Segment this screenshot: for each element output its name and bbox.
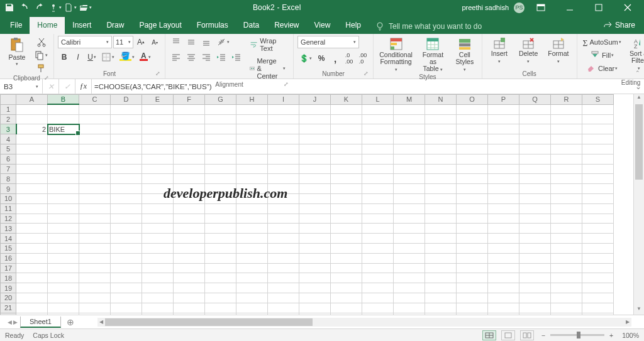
cell-B15[interactable] [48,243,79,253]
cell-O3[interactable] [457,124,488,134]
column-header-R[interactable]: R [551,95,582,105]
column-header-D[interactable]: D [111,95,142,105]
cell-S9[interactable] [582,184,614,194]
cell-I5[interactable] [268,144,299,154]
row-header-11[interactable]: 11 [1,203,16,214]
cell-H3[interactable] [236,124,268,134]
cell-F21[interactable] [174,303,205,313]
cell-O14[interactable] [457,234,488,244]
cell-M2[interactable] [394,114,425,124]
cell-M6[interactable] [394,154,425,164]
cell-B8[interactable] [48,174,79,184]
cell-N20[interactable] [425,293,457,303]
align-center-button[interactable] [184,51,198,63]
vertical-scrollbar[interactable]: ▲ ▼ [633,94,644,315]
scroll-up-icon[interactable]: ▲ [634,94,644,103]
cell-N3[interactable] [425,124,457,134]
cell-C7[interactable] [79,164,111,174]
increase-font-button[interactable]: A▴ [135,36,147,48]
cell-I6[interactable] [268,154,299,164]
cell-D1[interactable] [111,104,142,114]
undo-icon[interactable] [18,1,31,14]
cell-A5[interactable] [16,144,48,154]
cell-D7[interactable] [111,164,142,174]
tab-data[interactable]: Data [236,17,267,34]
cell-N12[interactable] [425,214,457,224]
cell-Q21[interactable] [519,303,551,313]
cell-O18[interactable] [457,273,488,283]
clipboard-launcher[interactable]: ⤢ [43,75,50,82]
horizontal-scroll-thumb[interactable] [105,318,313,326]
row-header-12[interactable]: 12 [1,214,16,224]
row-header-1[interactable]: 1 [1,104,16,114]
cell-M19[interactable] [394,283,425,293]
cell-J15[interactable] [299,243,331,253]
column-header-Q[interactable]: Q [519,95,551,105]
cell-L7[interactable] [362,164,394,174]
row-header-20[interactable]: 20 [1,293,16,303]
cell-B17[interactable] [48,263,79,273]
cell-L3[interactable] [362,124,394,134]
cell-F14[interactable] [174,234,205,244]
cell-M5[interactable] [394,144,425,154]
orientation-button[interactable]: ab▾ [214,36,231,48]
clear-button[interactable]: Clear ▾ [581,62,623,75]
cell-A18[interactable] [16,273,48,283]
cell-E14[interactable] [142,234,174,244]
cell-S21[interactable] [582,303,614,313]
row-header-19[interactable]: 19 [1,283,16,293]
cell-D3[interactable] [111,124,142,134]
enter-formula-icon[interactable]: ✓ [59,79,75,94]
cell-E20[interactable] [142,293,174,303]
cell-S14[interactable] [582,234,614,244]
cell-J5[interactable] [299,144,331,154]
cell-K10[interactable] [331,193,362,203]
cell-F18[interactable] [174,273,205,283]
sort-filter-button[interactable]: AZSort &Filter ▾ [626,36,644,72]
cell-K15[interactable] [331,243,362,253]
cell-D16[interactable] [111,253,142,263]
cell-I10[interactable] [268,193,299,203]
underline-button[interactable]: U▾ [86,51,98,63]
cell-R1[interactable] [551,104,582,114]
cell-C18[interactable] [79,273,111,283]
cell-O21[interactable] [457,303,488,313]
cell-M15[interactable] [394,243,425,253]
cell-R20[interactable] [551,293,582,303]
cell-D19[interactable] [111,283,142,293]
cell-E1[interactable] [142,104,174,114]
cell-M14[interactable] [394,234,425,244]
cell-L14[interactable] [362,234,394,244]
cell-S8[interactable] [582,174,614,184]
cell-A8[interactable] [16,174,48,184]
normal-view-button[interactable] [482,330,496,340]
cell-N6[interactable] [425,154,457,164]
insert-cells-button[interactable]: Insert▾ [486,36,513,65]
row-header-10[interactable]: 10 [1,193,16,203]
cell-N9[interactable] [425,184,457,194]
cell-B18[interactable] [48,273,79,283]
cell-S11[interactable] [582,203,614,214]
autosum-button[interactable]: ∑ AutoSum ▾ [581,36,623,48]
row-header-6[interactable]: 6 [1,154,16,164]
cell-K11[interactable] [331,203,362,214]
cell-S19[interactable] [582,283,614,293]
row-header-7[interactable]: 7 [1,164,16,174]
cell-F3[interactable] [174,124,205,134]
comma-format-button[interactable]: , [329,52,341,65]
cell-J2[interactable] [299,114,331,124]
cell-J7[interactable] [299,164,331,174]
cell-K21[interactable] [331,303,362,313]
cell-A21[interactable] [16,303,48,313]
cell-B9[interactable] [48,184,79,194]
cell-F11[interactable] [174,203,205,214]
cell-B2[interactable] [48,114,79,124]
cell-M1[interactable] [394,104,425,114]
cell-I2[interactable] [268,114,299,124]
cell-K13[interactable] [331,224,362,234]
cell-G5[interactable] [205,144,236,154]
font-color-button[interactable]: A▾ [138,51,153,63]
page-layout-view-button[interactable] [501,330,515,340]
cell-N17[interactable] [425,263,457,273]
zoom-in-button[interactable]: + [607,332,616,339]
